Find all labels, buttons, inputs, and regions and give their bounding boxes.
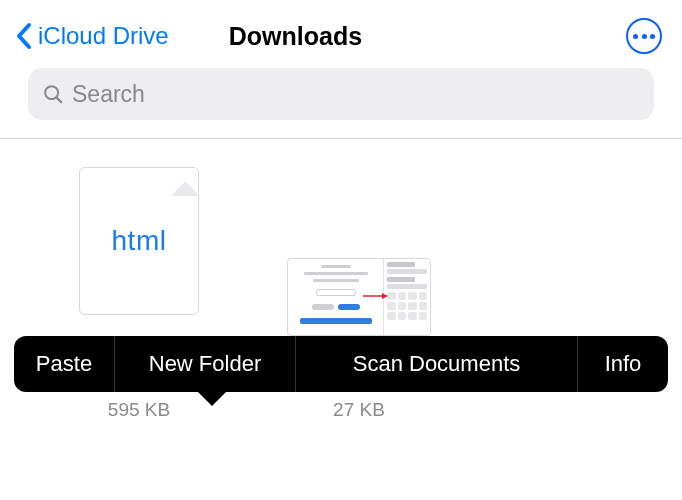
header-bar: iCloud Drive Downloads	[0, 0, 682, 68]
search-input[interactable]	[72, 81, 640, 108]
menu-pointer-icon	[198, 392, 226, 406]
chevron-left-icon	[14, 21, 34, 51]
arrow-icon	[362, 291, 388, 301]
menu-scan-documents[interactable]: Scan Documents	[296, 336, 577, 392]
file-type-label: html	[112, 225, 167, 257]
menu-paste[interactable]: Paste	[14, 336, 114, 392]
search-icon	[42, 83, 64, 105]
search-field[interactable]	[28, 68, 654, 120]
file-meta: 27 KB	[333, 396, 385, 425]
menu-new-folder[interactable]: New Folder	[115, 336, 295, 392]
svg-marker-3	[382, 293, 388, 299]
back-button[interactable]: iCloud Drive	[14, 21, 169, 51]
page-fold-icon	[170, 168, 198, 196]
page-title: Downloads	[229, 22, 362, 51]
file-thumbnail	[287, 258, 431, 336]
search-container	[0, 68, 682, 138]
ellipsis-icon	[633, 34, 655, 39]
file-icon: html	[79, 167, 199, 315]
back-label: iCloud Drive	[38, 22, 169, 50]
file-size: 595 KB	[108, 396, 170, 425]
menu-info[interactable]: Info	[578, 336, 668, 392]
svg-line-1	[57, 98, 62, 103]
context-menu: Paste New Folder Scan Documents Info	[14, 336, 668, 392]
more-button[interactable]	[626, 18, 662, 54]
file-size: 27 KB	[333, 396, 385, 425]
